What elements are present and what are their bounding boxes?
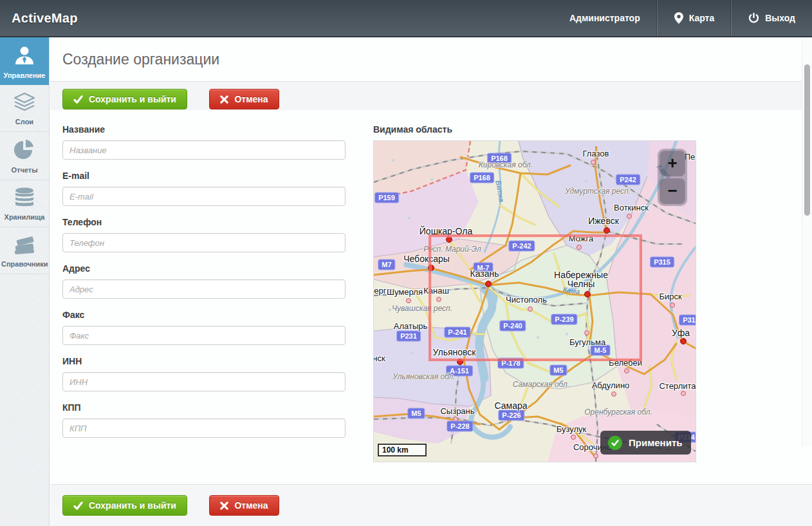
cross-icon	[220, 95, 228, 104]
sidebar-item-otchety[interactable]: Отчеты	[0, 132, 49, 180]
vertical-scrollbar[interactable]	[802, 35, 812, 447]
city-dot	[593, 453, 598, 458]
field-label-inn: ИНН	[62, 356, 346, 366]
city-label: Бирск	[659, 292, 681, 301]
map-link-label: Карта	[689, 13, 715, 23]
field-label-faks: Факс	[62, 310, 346, 320]
road-badge: Р315	[679, 315, 696, 326]
app-header: ActiveMap Администратор Карта Выход	[0, 0, 812, 37]
city-label: Абдулино	[592, 381, 630, 390]
user-menu-item[interactable]: Администратор	[553, 0, 657, 36]
field-label-kpp: КПП	[62, 402, 346, 413]
form-field-nazvanie: Название	[62, 124, 346, 160]
save-button[interactable]: Сохранить и выйти	[62, 89, 187, 109]
title-bar: Создание организации	[50, 37, 812, 82]
apply-button-label: Применить	[629, 437, 682, 448]
apply-check-icon	[608, 436, 622, 450]
layers-icon	[1, 92, 48, 114]
organization-form: НазваниеE-mailТелефонАдресФаксИННКПП	[62, 124, 346, 449]
city-dot	[591, 160, 596, 165]
sidebar-item-hranilishcha[interactable]: Хранилища	[0, 180, 49, 227]
field-label-adres: Адрес	[62, 263, 346, 274]
field-label-telefon: Телефон	[62, 217, 346, 227]
map-scale-bar: 100 km	[378, 444, 427, 456]
visible-area-map[interactable]: Р168Р168Р159Р242Р-242М7М-7Р315Р-239Р-240…	[373, 140, 696, 462]
sidebar-item-label: Управление	[1, 71, 48, 79]
apply-button[interactable]: Применить	[600, 431, 691, 455]
city-label: Глазов	[583, 149, 609, 158]
field-input-kpp[interactable]	[62, 418, 346, 438]
city-dot	[670, 303, 675, 308]
city-dot	[624, 368, 629, 373]
city-label: Стерлита	[659, 382, 696, 391]
city-dot	[680, 338, 687, 344]
check-icon	[73, 502, 83, 510]
cancel-button[interactable]: Отмена	[209, 89, 279, 109]
bottom-toolbar: Сохранить и выйти Отмена	[50, 484, 812, 526]
road-badge: М7	[378, 259, 395, 270]
books-icon	[1, 234, 48, 256]
road-badge: Р159	[374, 193, 399, 203]
main-area: Создание организации Сохранить и выйти О…	[50, 37, 812, 526]
field-input-nazvanie[interactable]	[62, 140, 346, 160]
cancel-button-label: Отмена	[234, 500, 268, 511]
region-label: Кировская обл.	[479, 160, 533, 169]
logout-link[interactable]: Выход	[731, 0, 812, 36]
zoom-out-button[interactable]: −	[660, 178, 685, 204]
city-label: Уфа	[672, 328, 690, 337]
user-name-label: Администратор	[569, 13, 640, 23]
field-input-telefon[interactable]	[62, 233, 346, 252]
city-label: Самара	[494, 401, 527, 410]
field-input-email[interactable]	[62, 187, 346, 206]
page-title: Создание организации	[50, 51, 219, 68]
database-icon	[1, 187, 48, 209]
field-input-faks[interactable]	[62, 326, 346, 345]
save-button-bottom[interactable]: Сохранить и выйти	[62, 495, 187, 516]
city-label: Алатырь	[394, 322, 428, 331]
form-field-kpp: КПП	[62, 402, 346, 438]
zoom-in-button[interactable]: +	[660, 151, 685, 176]
user-icon	[1, 44, 48, 68]
map-zoom-control: + −	[658, 149, 687, 206]
save-button-label: Сохранить и выйти	[89, 500, 176, 511]
field-input-adres[interactable]	[62, 279, 346, 299]
sidebar-item-upravlenie[interactable]: Управление	[0, 37, 49, 85]
city-dot	[627, 214, 632, 219]
road-badge: М5	[549, 365, 567, 376]
field-label-email: E-mail	[62, 171, 346, 181]
cross-icon	[220, 502, 228, 510]
pie-chart-icon	[1, 139, 48, 162]
road-badge: Р231	[396, 331, 421, 342]
map-link[interactable]: Карта	[657, 0, 732, 36]
app-logo: ActiveMap	[0, 11, 78, 26]
sidebar-item-label: Отчеты	[1, 166, 48, 174]
form-field-adres: Адрес	[62, 263, 346, 299]
city-label: Воткинск	[614, 203, 649, 212]
header-menu: Администратор Карта Выход	[553, 0, 812, 36]
city-label: Бузулук	[557, 425, 587, 434]
region-label: Оренбургская обл.	[584, 408, 652, 417]
region-label: Самарская обл.	[513, 380, 569, 389]
road-badge: Р242	[616, 174, 640, 185]
visible-area-selection-rect[interactable]	[429, 234, 642, 361]
sidebar-item-label: Слои	[1, 118, 48, 126]
sidebar-item-sloi[interactable]: Слои	[0, 85, 49, 132]
road-badge: Р-228	[447, 421, 473, 432]
city-dot	[604, 227, 610, 234]
form-content: НазваниеE-mailТелефонАдресФаксИННКПП Вид…	[50, 110, 812, 484]
road-badge: Р315	[650, 257, 674, 268]
sidebar-item-spravochniki[interactable]: Справочники	[0, 227, 49, 274]
field-input-inn[interactable]	[62, 372, 346, 391]
road-badge: Р168	[470, 173, 494, 183]
road-badge: М5	[407, 408, 425, 419]
location-pin-icon	[674, 12, 683, 24]
cancel-button-bottom[interactable]: Отмена	[209, 495, 279, 516]
region-label: Ульяновская обл.	[392, 372, 455, 381]
sidebar: УправлениеСлоиОтчетыХранилищаСправочники	[0, 37, 50, 526]
city-dot	[571, 435, 576, 440]
city-label: нск	[373, 354, 385, 363]
form-field-faks: Факс	[62, 310, 346, 345]
save-button-label: Сохранить и выйти	[89, 94, 176, 104]
logout-label: Выход	[765, 13, 795, 23]
scrollbar-thumb[interactable]	[804, 64, 810, 216]
